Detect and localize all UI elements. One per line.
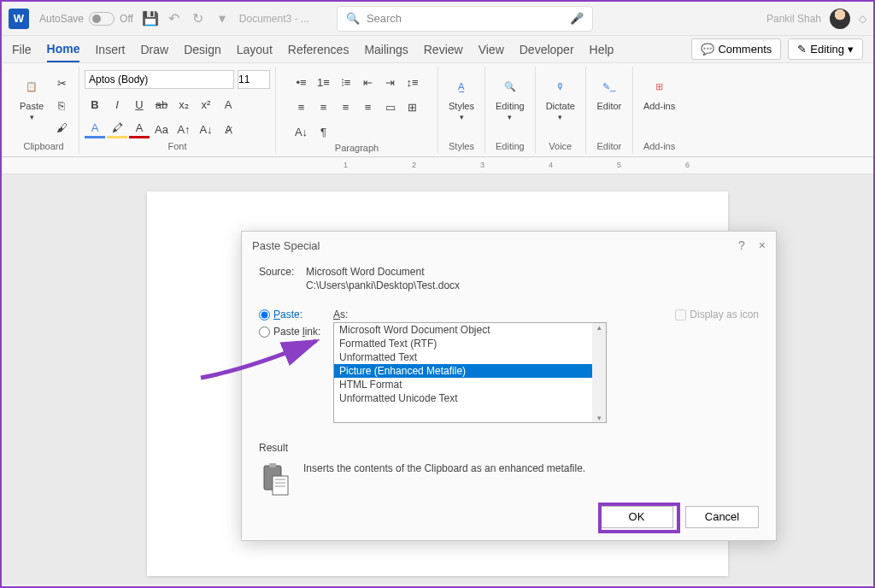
copy-icon[interactable]: ⎘: [51, 96, 72, 115]
paste-radio-input[interactable]: [259, 309, 270, 320]
list-item[interactable]: Microsoft Word Document Object: [334, 323, 606, 337]
multilevel-button[interactable]: ⁝≡: [336, 73, 356, 91]
group-addins: ⊞Add-ins Add-ins: [633, 67, 685, 153]
ok-button[interactable]: OK: [600, 506, 673, 528]
format-listbox[interactable]: Microsoft Word Document Object Formatted…: [333, 322, 607, 423]
tab-mailings[interactable]: Mailings: [364, 38, 408, 62]
close-icon[interactable]: ×: [759, 238, 766, 252]
group-paragraph: •≡ 1≡ ⁝≡ ⇤ ⇥ ↕≡ ≡ ≡ ≡ ≡ ▭ ⊞ A↓ ¶ Paragra…: [276, 67, 438, 153]
scroll-up-icon[interactable]: ▴: [597, 323, 602, 332]
tab-design[interactable]: Design: [184, 38, 221, 62]
list-item[interactable]: Unformatted Unicode Text: [334, 391, 606, 405]
tab-home[interactable]: Home: [47, 37, 80, 62]
mic-icon[interactable]: 🎤: [570, 12, 584, 25]
comments-button[interactable]: 💬 Comments: [691, 38, 781, 60]
grow-font-button[interactable]: A↑: [173, 120, 194, 138]
paste-special-dialog: Paste Special ? × Source: Microsoft Word…: [241, 231, 777, 541]
font-size-select[interactable]: [238, 70, 270, 89]
numbering-button[interactable]: 1≡: [314, 73, 334, 91]
tab-references[interactable]: References: [288, 38, 349, 62]
tab-developer[interactable]: Developer: [520, 38, 574, 62]
styles-icon: A̲: [449, 74, 474, 99]
align-center-button[interactable]: ≡: [314, 97, 334, 116]
dialog-title-bar[interactable]: Paste Special ? ×: [242, 232, 776, 259]
indent-dec-button[interactable]: ⇤: [358, 73, 379, 91]
ruler-mark: 6: [685, 161, 690, 169]
cancel-button[interactable]: Cancel: [685, 506, 759, 528]
strike-button[interactable]: ab: [151, 95, 172, 114]
tab-insert[interactable]: Insert: [95, 38, 125, 62]
ruler[interactable]: 1 2 3 4 5 6: [2, 157, 873, 174]
underline-button[interactable]: U: [129, 95, 150, 114]
list-item[interactable]: Formatted Text (RTF): [334, 337, 606, 350]
paste-link-radio[interactable]: Paste link:: [259, 326, 323, 338]
text-effect-icon[interactable]: A: [85, 120, 105, 138]
save-icon[interactable]: 💾: [144, 12, 157, 26]
italic-button[interactable]: I: [107, 95, 127, 114]
dictate-button[interactable]: 🎙Dictate▾: [543, 70, 578, 125]
list-item[interactable]: HTML Format: [334, 378, 606, 391]
undo-icon[interactable]: ↶: [167, 12, 181, 26]
toggle-switch[interactable]: [89, 12, 115, 26]
line-spacing-button[interactable]: ↕≡: [402, 73, 423, 91]
editor-button[interactable]: ✎⎯Editor: [593, 70, 625, 115]
user-area[interactable]: Pankil Shah ◇: [766, 9, 866, 29]
result-icon: [259, 462, 293, 497]
svg-rect-1: [269, 463, 276, 467]
list-item[interactable]: Unformatted Text: [334, 350, 606, 364]
help-icon[interactable]: ?: [738, 238, 745, 252]
borders-button[interactable]: ⊞: [402, 97, 423, 116]
mic-icon: 🎙: [548, 74, 573, 99]
shading-button[interactable]: ▭: [380, 97, 401, 116]
group-label-addins: Add-ins: [643, 141, 675, 151]
indent-inc-button[interactable]: ⇥: [380, 73, 401, 91]
tab-view[interactable]: View: [479, 38, 504, 62]
redo-icon[interactable]: ↻: [191, 12, 205, 26]
tab-file[interactable]: File: [12, 38, 32, 62]
bold-button[interactable]: B: [85, 95, 105, 114]
clear-format-button[interactable]: A̷: [218, 120, 238, 138]
group-label-editor: Editor: [597, 141, 622, 151]
addins-button[interactable]: ⊞Add-ins: [640, 70, 678, 115]
avatar[interactable]: [830, 9, 850, 29]
cut-icon[interactable]: ✂: [51, 74, 72, 92]
styles-button[interactable]: A̲Styles▾: [445, 70, 478, 125]
superscript-button[interactable]: x²: [196, 95, 216, 114]
result-label: Result: [259, 442, 759, 454]
paste-link-radio-input[interactable]: [259, 326, 270, 338]
format-painter-icon[interactable]: 🖌: [51, 118, 72, 137]
qat-dropdown-icon[interactable]: ▾: [215, 12, 229, 26]
tab-draw[interactable]: Draw: [140, 38, 168, 62]
group-voice: 🎙Dictate▾ Voice: [536, 67, 586, 153]
tab-layout[interactable]: Layout: [237, 38, 273, 62]
diamond-icon[interactable]: ◇: [859, 13, 866, 25]
scrollbar[interactable]: ▴▾: [592, 323, 606, 422]
scroll-down-icon[interactable]: ▾: [597, 414, 602, 422]
source-name: Microsoft Word Document: [306, 266, 425, 278]
editing-mode-button[interactable]: ✎ Editing ▾: [788, 38, 863, 60]
change-case-button[interactable]: Aa: [151, 120, 172, 138]
paste-button[interactable]: 📋 Paste ▾: [15, 70, 48, 125]
shrink-font-button[interactable]: A↓: [196, 120, 216, 138]
editing-button[interactable]: 🔍Editing▾: [492, 70, 528, 125]
justify-button[interactable]: ≡: [358, 97, 379, 116]
text-effects-button[interactable]: A: [218, 95, 238, 114]
align-left-button[interactable]: ≡: [291, 97, 312, 116]
user-name: Pankil Shah: [766, 13, 821, 25]
subscript-button[interactable]: x₂: [173, 95, 194, 114]
align-right-button[interactable]: ≡: [336, 97, 356, 116]
font-name-select[interactable]: [85, 70, 234, 89]
font-color-button[interactable]: A: [129, 120, 150, 138]
sort-button[interactable]: A↓: [291, 122, 312, 141]
bullets-button[interactable]: •≡: [291, 73, 312, 91]
show-marks-button[interactable]: ¶: [314, 122, 334, 141]
group-styles: A̲Styles▾ Styles: [438, 67, 485, 153]
list-item-selected[interactable]: Picture (Enhanced Metafile): [334, 364, 606, 378]
highlight-button[interactable]: 🖍: [107, 120, 127, 138]
autosave-toggle[interactable]: AutoSave Off: [39, 12, 133, 26]
tab-help[interactable]: Help: [590, 38, 614, 62]
paste-radio[interactable]: Paste:: [259, 309, 323, 320]
display-icon-check: [675, 309, 686, 320]
search-box[interactable]: 🔍 Search 🎤: [337, 6, 593, 32]
tab-review[interactable]: Review: [424, 38, 463, 62]
